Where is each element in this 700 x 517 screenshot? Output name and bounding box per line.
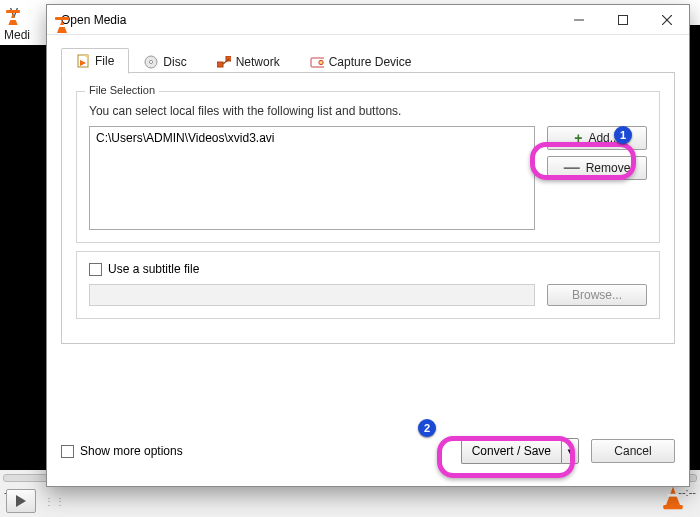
convert-save-button[interactable]: Convert / Save ▼ bbox=[461, 438, 579, 464]
file-list[interactable]: C:\Users\ADMIN\Videos\xvid3.avi bbox=[89, 126, 535, 230]
tab-file-label: File bbox=[95, 54, 114, 68]
vlc-cone-icon bbox=[656, 485, 690, 511]
maximize-button[interactable] bbox=[601, 5, 645, 34]
remove-button-label: Remove bbox=[586, 161, 631, 175]
subtitle-checkbox-label: Use a subtitle file bbox=[108, 262, 199, 276]
subtitle-section: Use a subtitle file Browse... bbox=[76, 251, 660, 319]
convert-save-label: Convert / Save bbox=[472, 444, 551, 458]
cancel-button[interactable]: Cancel bbox=[591, 439, 675, 463]
background-video-right bbox=[690, 25, 700, 485]
close-button[interactable] bbox=[645, 5, 689, 34]
file-selection-fieldset: File Selection You can select local file… bbox=[76, 91, 660, 243]
tab-disc-label: Disc bbox=[163, 55, 186, 69]
chevron-down-icon: ▼ bbox=[566, 447, 574, 456]
file-selection-legend: File Selection bbox=[85, 84, 159, 96]
capture-icon bbox=[310, 55, 324, 69]
dialog-title: Open Media bbox=[61, 13, 126, 27]
tab-capture-device[interactable]: Capture Device bbox=[295, 48, 427, 74]
add-button-label: Add... bbox=[588, 131, 619, 145]
subtitle-path-input bbox=[89, 284, 535, 306]
disc-icon bbox=[144, 55, 158, 69]
svg-point-14 bbox=[319, 60, 323, 64]
file-selection-hint: You can select local files with the foll… bbox=[89, 104, 647, 118]
file-list-item[interactable]: C:\Users\ADMIN\Videos\xvid3.avi bbox=[96, 131, 528, 145]
tab-file[interactable]: File bbox=[61, 48, 129, 74]
open-media-dialog: Open Media File Disc bbox=[46, 4, 690, 487]
subtitle-browse-button: Browse... bbox=[547, 284, 647, 306]
more-options-label: Show more options bbox=[80, 444, 183, 458]
svg-marker-0 bbox=[16, 495, 26, 507]
tab-disc[interactable]: Disc bbox=[129, 48, 201, 74]
controls-separator: ⋮⋮ bbox=[44, 496, 66, 507]
remove-button[interactable]: — Remove bbox=[547, 156, 647, 180]
file-icon bbox=[76, 54, 90, 68]
checkbox-box bbox=[61, 445, 74, 458]
add-button[interactable]: + Add... bbox=[547, 126, 647, 150]
tab-capture-label: Capture Device bbox=[329, 55, 412, 69]
checkbox-box bbox=[89, 263, 102, 276]
cancel-button-label: Cancel bbox=[614, 444, 651, 458]
minimize-button[interactable] bbox=[557, 5, 601, 34]
convert-save-main[interactable]: Convert / Save bbox=[461, 438, 561, 464]
play-button[interactable] bbox=[6, 489, 36, 513]
tab-body-file: File Selection You can select local file… bbox=[61, 73, 675, 344]
dialog-titlebar: Open Media bbox=[47, 5, 689, 35]
tab-network[interactable]: Network bbox=[202, 48, 295, 74]
tab-network-label: Network bbox=[236, 55, 280, 69]
more-options-checkbox[interactable]: Show more options bbox=[61, 444, 183, 458]
svg-point-9 bbox=[150, 60, 153, 63]
subtitle-browse-label: Browse... bbox=[572, 288, 622, 302]
subtitle-checkbox[interactable]: Use a subtitle file bbox=[89, 262, 647, 276]
background-video-area bbox=[0, 45, 46, 455]
dialog-footer: Show more options Convert / Save ▼ Cance… bbox=[47, 426, 689, 486]
network-icon bbox=[217, 55, 231, 69]
background-menu-media[interactable]: Medi bbox=[0, 25, 46, 45]
convert-save-dropdown[interactable]: ▼ bbox=[561, 438, 579, 464]
svg-rect-10 bbox=[217, 62, 223, 67]
tab-strip: File Disc Network Capture Device bbox=[61, 47, 675, 73]
svg-rect-2 bbox=[619, 15, 628, 24]
